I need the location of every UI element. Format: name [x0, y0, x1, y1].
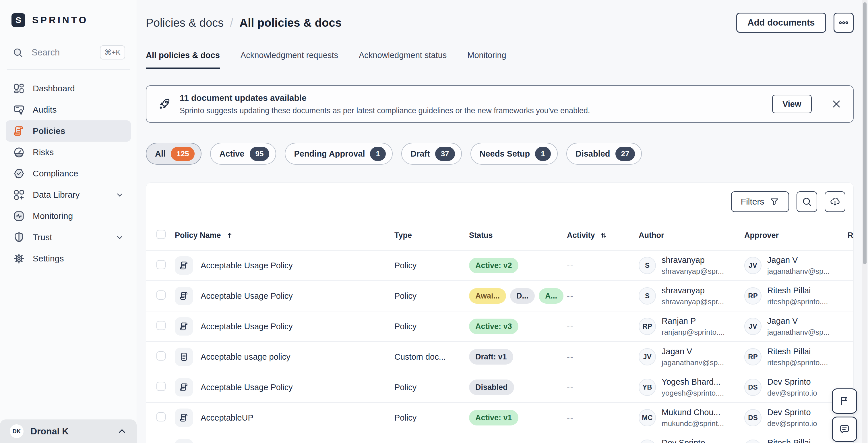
- scrollbar-thumb[interactable]: [863, 2, 867, 264]
- column-header-approver[interactable]: Approver: [744, 231, 848, 240]
- tab-all-policies[interactable]: All policies & docs: [146, 51, 220, 69]
- table-search-button[interactable]: [797, 191, 817, 212]
- table-row[interactable]: Acceptable Usage Policy Policy Active: v…: [146, 312, 854, 342]
- policies-table-card: Filters: [146, 182, 854, 443]
- trust-shield-icon: [12, 231, 25, 244]
- sidebar-item-data-library[interactable]: Data Library: [6, 184, 131, 205]
- table-row[interactable]: Acceptable usage policy Custom doc... Dr…: [146, 342, 854, 372]
- more-options-button[interactable]: [834, 12, 854, 33]
- sidebar: S SPRINTO Search ⌘+K Dashboard: [0, 0, 137, 443]
- policy-name[interactable]: Acceptable Usage Policy: [200, 291, 293, 301]
- author-cell: RP Ranjan P ranjanp@sprinto....: [639, 316, 744, 337]
- table-row[interactable]: Acceptable Usage Policy Policy Disabled …: [146, 372, 854, 403]
- sidebar-item-monitoring[interactable]: Monitoring: [6, 205, 131, 227]
- sidebar-item-risks[interactable]: Risks: [6, 142, 131, 163]
- policy-scroll-icon: [175, 378, 193, 396]
- row-checkbox[interactable]: [156, 412, 166, 421]
- author-name: Jagan V: [662, 347, 724, 356]
- column-header-type[interactable]: Type: [394, 231, 469, 240]
- view-button[interactable]: View: [772, 95, 812, 113]
- sidebar-item-compliance[interactable]: Compliance: [6, 163, 131, 184]
- column-header-reviewer-clipped[interactable]: R: [848, 231, 854, 240]
- banner-title: 11 document updates available: [180, 93, 764, 103]
- status-badge: Active: v1: [469, 410, 518, 425]
- search-placeholder: Search: [32, 48, 92, 58]
- column-header-policy-name[interactable]: Policy Name: [175, 231, 394, 240]
- column-header-activity[interactable]: Activity: [567, 231, 639, 240]
- author-email: shravanyap@spr...: [662, 267, 724, 276]
- user-menu[interactable]: DK Dronal K: [0, 419, 136, 443]
- main-content: Policies & docs / All policies & docs Ad…: [137, 0, 868, 443]
- table-row[interactable]: Acceptable Usage Policy Policy Awai... D…: [146, 281, 854, 312]
- tab-monitoring[interactable]: Monitoring: [467, 51, 506, 69]
- column-header-author[interactable]: Author: [639, 231, 744, 240]
- avatar: DS: [744, 379, 762, 396]
- avatar: DS: [744, 409, 762, 426]
- add-documents-button[interactable]: Add documents: [736, 12, 826, 33]
- select-all-checkbox[interactable]: [156, 230, 166, 239]
- tab-acknowledgment-status[interactable]: Acknowledgment status: [359, 51, 446, 69]
- filters-button[interactable]: Filters: [731, 191, 789, 212]
- export-download-button[interactable]: [825, 191, 845, 212]
- sidebar-item-dashboard[interactable]: Dashboard: [6, 78, 131, 99]
- policy-name[interactable]: Acceptable Usage Policy: [200, 261, 293, 270]
- sidebar-item-audits[interactable]: Audits: [6, 99, 131, 120]
- status-badge: Disabled: [469, 380, 514, 395]
- chip-disabled[interactable]: Disabled 27: [566, 143, 642, 165]
- policy-name[interactable]: AcceptableUP: [200, 413, 253, 422]
- sidebar-item-policies[interactable]: Policies: [6, 120, 131, 142]
- activity-value: --: [567, 322, 639, 331]
- chip-label: All: [155, 149, 166, 158]
- policy-type: Policy: [394, 291, 469, 301]
- author-name: shravanyap: [662, 286, 724, 295]
- avatar: S: [639, 257, 656, 274]
- approver-email: riteshp@sprinto....: [767, 297, 828, 306]
- chip-pending-approval[interactable]: Pending Approval 1: [285, 143, 393, 165]
- brand-name: SPRINTO: [32, 14, 88, 26]
- search-input[interactable]: Search ⌘+K: [11, 46, 125, 59]
- approver-cell: RP Ritesh Pillai riteshp@sprinto....: [744, 286, 848, 306]
- approver-email: riteshp@sprinto....: [767, 358, 828, 367]
- row-checkbox[interactable]: [156, 382, 166, 391]
- sidebar-item-trust[interactable]: Trust: [6, 227, 131, 248]
- chip-all[interactable]: All 125: [146, 143, 202, 165]
- policy-name[interactable]: Acceptable usage policy: [200, 352, 290, 362]
- avatar: RP: [744, 287, 762, 304]
- feedback-flag-button[interactable]: [832, 388, 857, 414]
- avatar: RP: [639, 318, 656, 335]
- policy-type: Policy: [394, 383, 469, 392]
- breadcrumb-parent[interactable]: Policies & docs: [146, 17, 224, 29]
- sidebar-item-label: Audits: [33, 105, 57, 115]
- row-checkbox[interactable]: [156, 291, 166, 300]
- row-checkbox[interactable]: [156, 321, 166, 330]
- table-row-partial[interactable]: DS Dev Sprinto dev@sprinto.io RP Ritesh …: [146, 433, 854, 443]
- table-toolbar: Filters: [146, 183, 854, 212]
- approver-name: Ritesh Pillai: [767, 438, 828, 443]
- audits-icon: [12, 104, 25, 116]
- avatar: S: [639, 287, 656, 304]
- row-checkbox[interactable]: [156, 260, 166, 269]
- column-header-status[interactable]: Status: [469, 231, 567, 240]
- chip-needs-setup[interactable]: Needs Setup 1: [470, 143, 558, 165]
- scrollbar-track[interactable]: [862, 0, 867, 443]
- close-icon[interactable]: [831, 99, 842, 109]
- policy-name[interactable]: Acceptable Usage Policy: [200, 383, 293, 392]
- table-row[interactable]: Acceptable Usage Policy Policy Active: v…: [146, 250, 854, 281]
- author-name: shravanyap: [662, 256, 724, 265]
- author-cell: DS Dev Sprinto dev@sprinto.io: [639, 438, 744, 443]
- policy-type: Custom doc...: [394, 352, 469, 362]
- tab-acknowledgment-requests[interactable]: Acknowledgment requests: [241, 51, 338, 69]
- sprinto-logo-icon: S: [11, 13, 25, 27]
- status-filter-chips: All 125 Active 95 Pending Approval 1 Dra…: [146, 143, 854, 165]
- sidebar-item-label: Compliance: [33, 169, 78, 178]
- chat-widget-button[interactable]: [832, 417, 857, 442]
- policy-name[interactable]: Acceptable Usage Policy: [200, 322, 293, 331]
- sidebar-item-settings[interactable]: Settings: [6, 248, 131, 269]
- row-checkbox[interactable]: [156, 351, 166, 360]
- chip-active[interactable]: Active 95: [210, 143, 276, 165]
- chip-draft[interactable]: Draft 37: [401, 143, 462, 165]
- search-icon: [802, 197, 812, 207]
- author-name: Ranjan P: [662, 316, 725, 326]
- table-row[interactable]: AcceptableUP Policy Active: v1 -- MC Muk…: [146, 403, 854, 433]
- status-badge: A...: [539, 288, 563, 304]
